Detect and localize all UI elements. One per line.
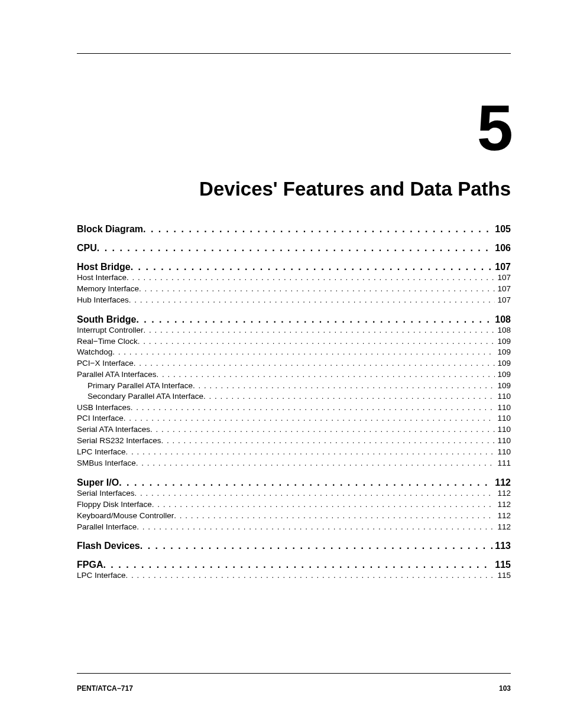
toc-entry[interactable]: USB Interfaces 110 [77,402,511,414]
toc-leader-dots [157,369,495,381]
toc-leader-dots [140,541,493,551]
page-footer: PENT/ATCA−717 103 [77,673,511,693]
toc-entry-label: SMBus Interface [77,458,136,469]
toc-entry-label: Primary Parallel ATA Interface [87,381,193,391]
toc-entry[interactable]: Parallel ATA Interfaces 109 [77,369,511,381]
toc-entry-page: 109 [495,336,511,347]
toc-entry-label: Memory Interface [77,284,139,295]
toc-entry-page: 107 [495,295,511,306]
toc-entry-label: Block Diagram [77,224,143,235]
toc-entry-page: 106 [492,243,511,254]
toc-entry[interactable]: FPGA 115 [77,560,511,570]
toc-entry-label: PCI−X Interface [77,358,134,369]
toc-leader-dots [144,325,495,336]
toc-leader-dots [126,447,495,458]
toc-entry[interactable]: Floppy Disk Interface 112 [77,499,511,511]
toc-entry[interactable]: Watchdog 109 [77,347,511,358]
toc-entry-page: 110 [495,447,511,458]
toc-entry[interactable]: South Bridge 108 [77,314,511,325]
toc-entry-label: Serial RS232 Interfaces [77,436,161,447]
toc-leader-dots [193,381,495,391]
toc-entry-label: Parallel Interface [77,522,137,533]
toc-leader-dots [103,560,492,570]
toc-entry-page: 112 [495,499,511,511]
toc-leader-dots [127,272,495,284]
toc-entry[interactable]: Keyboard/Mouse Controller 112 [77,511,511,522]
toc-leader-dots [124,413,495,424]
toc-entry-label: Super I/O [77,477,119,488]
toc-leader-dots [129,295,495,306]
toc-leader-dots [139,284,495,295]
toc-entry[interactable]: Interrupt Controller 108 [77,325,511,336]
toc-entry-label: LPC Interface [77,447,126,458]
toc-entry-label: Host Interface [77,272,127,284]
toc-entry-label: Hub Interfaces [77,295,129,306]
toc-entry-page: 112 [495,511,511,522]
toc-leader-dots [97,243,493,254]
toc-entry-label: Interrupt Controller [77,325,144,336]
toc-entry-label: CPU [77,243,97,254]
toc-leader-dots [174,511,495,522]
toc-entry-page: 105 [492,224,511,235]
toc-entry-page: 109 [495,369,511,381]
toc-entry-page: 109 [495,381,511,391]
toc-leader-dots [138,336,495,347]
toc-entry[interactable]: SMBus Interface 111 [77,458,511,469]
toc-entry-label: Watchdog [77,347,112,358]
toc-entry-page: 111 [495,458,511,469]
toc-leader-dots [136,314,492,325]
toc-entry[interactable]: Secondary Parallel ATA Interface 110 [87,391,511,402]
toc-entry-page: 113 [492,541,511,551]
toc-entry-label: Serial Interfaces [77,488,135,499]
toc-entry[interactable]: PCI−X Interface 109 [77,358,511,369]
table-of-contents: Block Diagram 105CPU 106Host Bridge 107H… [77,224,511,581]
toc-entry[interactable]: Super I/O 112 [77,477,511,488]
toc-entry-label: Secondary Parallel ATA Interface [87,391,203,402]
toc-entry-label: Serial ATA Interfaces [77,424,150,436]
toc-entry[interactable]: Real−Time Clock 109 [77,336,511,347]
toc-entry[interactable]: Flash Devices 113 [77,541,511,551]
toc-entry[interactable]: LPC Interface 110 [77,447,511,458]
toc-leader-dots [135,488,495,499]
toc-entry-page: 112 [492,477,511,488]
toc-entry[interactable]: Host Interface 107 [77,272,511,284]
top-rule [77,53,511,54]
toc-leader-dots [131,402,495,414]
toc-entry[interactable]: Serial RS232 Interfaces 110 [77,436,511,447]
toc-leader-dots [131,262,493,272]
toc-entry[interactable]: CPU 106 [77,243,511,254]
toc-entry-label: South Bridge [77,314,136,325]
toc-leader-dots [150,424,495,436]
toc-entry-label: Parallel ATA Interfaces [77,369,157,381]
toc-entry-label: Keyboard/Mouse Controller [77,511,174,522]
toc-entry[interactable]: LPC Interface 115 [77,570,511,581]
chapter-title: Devices' Features and Data Paths [77,178,511,200]
toc-entry-label: Real−Time Clock [77,336,138,347]
chapter-number: 5 [77,95,511,160]
toc-entry-page: 110 [495,402,511,414]
toc-entry-page: 110 [495,391,511,402]
toc-leader-dots [126,570,495,581]
toc-entry[interactable]: Memory Interface 107 [77,284,511,295]
toc-entry-page: 109 [495,358,511,369]
toc-leader-dots [203,391,495,402]
toc-leader-dots [112,347,495,358]
toc-entry[interactable]: PCI Interface 110 [77,413,511,424]
toc-leader-dots [134,358,495,369]
toc-entry-page: 110 [495,413,511,424]
toc-entry[interactable]: Parallel Interface 112 [77,522,511,533]
toc-entry[interactable]: Serial ATA Interfaces 110 [77,424,511,436]
toc-entry-page: 108 [492,314,511,325]
toc-leader-dots [119,477,492,488]
toc-entry[interactable]: Hub Interfaces 107 [77,295,511,306]
toc-entry[interactable]: Host Bridge 107 [77,262,511,272]
toc-entry-page: 109 [495,347,511,358]
toc-entry-page: 107 [495,284,511,295]
toc-entry-page: 115 [492,560,511,570]
toc-entry-page: 115 [495,570,511,581]
toc-entry-page: 112 [495,522,511,533]
toc-entry[interactable]: Serial Interfaces 112 [77,488,511,499]
toc-entry[interactable]: Primary Parallel ATA Interface 109 [87,381,511,391]
toc-entry-page: 107 [492,262,511,272]
toc-entry[interactable]: Block Diagram 105 [77,224,511,235]
